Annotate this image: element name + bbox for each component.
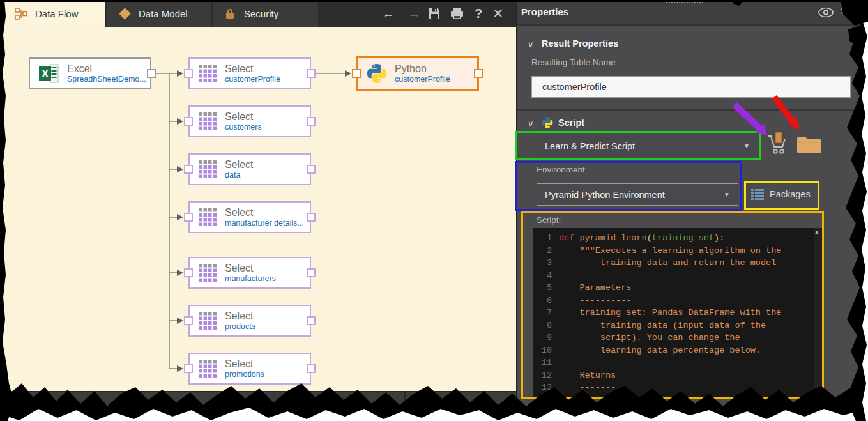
select-node-manufacturer-details[interactable]: Select manufacturer details... bbox=[188, 201, 311, 233]
script-type-dropdown[interactable]: Learn & Predict Script ▼ bbox=[537, 135, 758, 157]
save-button[interactable] bbox=[423, 0, 446, 27]
output-port[interactable] bbox=[307, 268, 316, 277]
node-subtitle: manufacturers bbox=[225, 274, 276, 283]
select-node-data[interactable]: Select data bbox=[188, 153, 311, 185]
select-node-customerProfile[interactable]: Select customerProfile bbox=[188, 57, 311, 89]
forward-button[interactable]: → bbox=[402, 0, 425, 27]
script-section-title[interactable]: Script bbox=[558, 118, 584, 128]
drag-handle[interactable] bbox=[666, 2, 703, 3]
marketplace-cart-icon[interactable] bbox=[766, 131, 787, 157]
node-subtitle: customerProfile bbox=[225, 75, 280, 84]
tab-label: Data Model bbox=[139, 8, 188, 19]
node-subtitle: customers bbox=[225, 123, 262, 132]
select-node-promotions[interactable]: Select promotions bbox=[188, 353, 311, 385]
table-grid-icon bbox=[199, 264, 217, 282]
input-port[interactable] bbox=[184, 213, 193, 222]
select-node-customers[interactable]: Select customers bbox=[188, 105, 311, 137]
node-title: Select bbox=[225, 111, 262, 123]
tab-bar: Data Flow Data Model Security ← → bbox=[0, 0, 516, 27]
table-grid-icon bbox=[199, 112, 217, 131]
node-subtitle: promotions bbox=[225, 370, 264, 379]
divider bbox=[139, 392, 141, 415]
node-title: Select bbox=[225, 63, 280, 75]
resulting-table-name-input[interactable]: customerProfile bbox=[531, 76, 851, 98]
tab-label: Security bbox=[244, 8, 278, 19]
output-port[interactable] bbox=[307, 213, 316, 222]
panel-title: Properties bbox=[521, 6, 568, 17]
node-subtitle: data bbox=[225, 171, 253, 180]
node-title: Select bbox=[225, 263, 276, 274]
collapse-panel-chevron-icon[interactable]: > bbox=[841, 5, 847, 18]
bottom-tab-collapsed[interactable]: ∧ M... bbox=[148, 397, 171, 408]
node-subtitle: SpreadhSheetDemo... bbox=[67, 75, 146, 84]
input-port[interactable] bbox=[184, 364, 193, 373]
packages-button[interactable]: Packages bbox=[751, 188, 811, 200]
python-icon bbox=[367, 63, 387, 84]
resulting-table-name-label: Resulting Table Name bbox=[531, 57, 616, 67]
node-subtitle: manufacturer details... bbox=[225, 218, 304, 227]
node-title: Select bbox=[225, 159, 253, 171]
input-port[interactable] bbox=[352, 69, 361, 78]
node-subtitle: products bbox=[225, 322, 255, 331]
eye-icon[interactable] bbox=[818, 7, 834, 18]
tab-data-model[interactable]: Data Model bbox=[107, 0, 211, 27]
environment-dropdown[interactable]: Pyramid Python Environment ▼ bbox=[537, 183, 738, 206]
output-port[interactable] bbox=[307, 117, 316, 126]
input-port[interactable] bbox=[184, 69, 193, 78]
dropdown-caret-icon: ▼ bbox=[724, 191, 730, 198]
input-port[interactable] bbox=[184, 165, 193, 174]
lock-icon bbox=[223, 7, 237, 20]
chevron-up-icon: ∧ bbox=[148, 398, 155, 408]
script-code-editor[interactable]: 1def pyramid_learn(training_set):2 """Ex… bbox=[533, 228, 823, 397]
divider bbox=[284, 392, 286, 415]
svg-text:X: X bbox=[42, 68, 49, 79]
tab-security[interactable]: Security bbox=[213, 0, 318, 27]
input-port[interactable] bbox=[184, 316, 193, 325]
back-button[interactable]: ← bbox=[377, 0, 400, 27]
print-button[interactable] bbox=[445, 0, 468, 27]
tab-label: Data Flow bbox=[35, 8, 79, 19]
scroll-up-icon: ▲ bbox=[815, 229, 818, 236]
data-flow-canvas[interactable]: X Excel SpreadhSheetDemo... Select custo… bbox=[0, 27, 516, 391]
table-grid-icon bbox=[199, 360, 217, 378]
list-icon bbox=[751, 188, 764, 200]
node-subtitle: customerProfile bbox=[395, 75, 450, 84]
table-grid-icon bbox=[199, 160, 217, 179]
input-port[interactable] bbox=[184, 117, 193, 126]
dropdown-caret-icon: ▼ bbox=[743, 142, 750, 149]
section-divider bbox=[517, 109, 868, 111]
close-button[interactable]: ✕ bbox=[487, 0, 510, 27]
properties-header: Properties > bbox=[517, 0, 868, 26]
node-title: Select bbox=[225, 310, 255, 322]
result-properties-title[interactable]: Result Properties bbox=[542, 38, 618, 49]
data-flow-icon bbox=[14, 7, 28, 20]
output-port[interactable] bbox=[307, 364, 316, 373]
excel-icon: X bbox=[39, 64, 59, 83]
open-folder-icon[interactable] bbox=[796, 135, 822, 154]
node-title: Excel bbox=[67, 63, 146, 75]
output-port[interactable] bbox=[147, 69, 156, 78]
output-port[interactable] bbox=[307, 165, 316, 174]
python-icon bbox=[542, 117, 553, 128]
table-grid-icon bbox=[199, 65, 217, 83]
table-grid-icon bbox=[199, 208, 217, 227]
save-icon bbox=[428, 7, 441, 20]
output-port[interactable] bbox=[307, 316, 316, 325]
code-lines: 1def pyramid_learn(training_set):2 """Ex… bbox=[533, 228, 823, 397]
output-port[interactable] bbox=[474, 69, 483, 78]
output-port[interactable] bbox=[307, 69, 316, 78]
code-scrollbar[interactable]: ▲ bbox=[814, 228, 823, 397]
node-title: Select bbox=[225, 358, 264, 370]
table-grid-icon bbox=[199, 312, 217, 330]
excel-node[interactable]: X Excel SpreadhSheetDemo... bbox=[29, 57, 151, 89]
select-node-manufacturers[interactable]: Select manufacturers bbox=[188, 257, 311, 289]
python-node[interactable]: Python customerProfile bbox=[356, 56, 479, 91]
chevron-down-icon[interactable]: ∨ bbox=[528, 119, 534, 128]
node-title: Select bbox=[225, 207, 304, 218]
select-node-products[interactable]: Select products bbox=[188, 305, 311, 337]
bottom-tab-preview[interactable]: Prev... bbox=[42, 397, 66, 407]
chevron-down-icon[interactable]: ∨ bbox=[528, 40, 534, 49]
tab-data-flow[interactable]: Data Flow bbox=[4, 0, 105, 27]
properties-panel: Properties > ∨ Result Properties Resulti… bbox=[516, 0, 868, 421]
input-port[interactable] bbox=[184, 268, 193, 277]
